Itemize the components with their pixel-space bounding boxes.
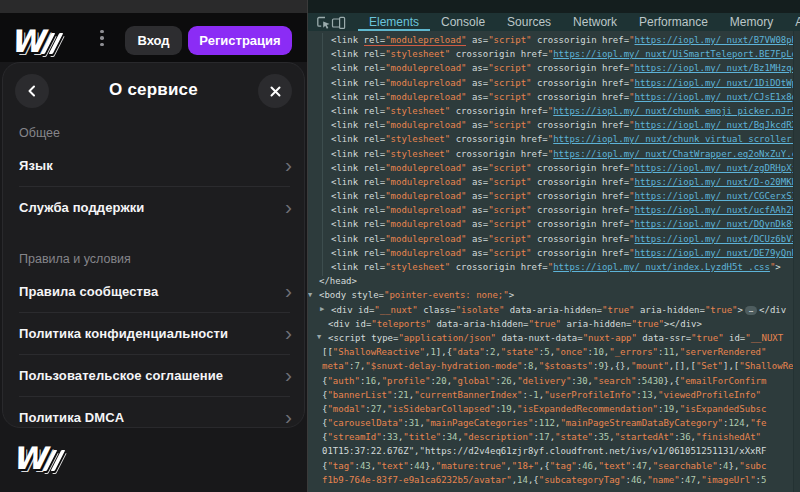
code-line[interactable]: {"auth":16,"profile":20,"global":26,"del… — [308, 374, 800, 388]
devtools-tabs: ElementsConsoleSourcesNetworkPerformance… — [358, 13, 800, 31]
devtools-tab-network[interactable]: Network — [562, 13, 628, 31]
code-line[interactable]: {"bannerList":21,"currentBannerIndex":-1… — [308, 388, 800, 402]
chevron-right-icon: › — [285, 280, 292, 301]
app-header: W Вход Регистрация — [0, 13, 307, 62]
code-line[interactable]: <link rel="modulepreload" as="script" cr… — [308, 76, 800, 90]
menu-item-support[interactable]: Служба поддержки› — [3, 187, 304, 228]
register-button[interactable]: Регистрация — [188, 26, 292, 55]
code-line[interactable]: <link rel="modulepreload" as="script" cr… — [308, 175, 800, 189]
code-line[interactable]: <link rel="stylesheet" crossorigin href=… — [308, 132, 800, 146]
web-app: W Вход Регистрация О сервисе — [0, 0, 307, 492]
code-line[interactable]: <link rel="stylesheet" crossorigin href=… — [308, 47, 800, 61]
chevron-right-icon: › — [285, 196, 292, 217]
device-toolbar-icon[interactable] — [331, 13, 346, 31]
elements-tree: <link rel="modulepreload" as="script" cr… — [308, 31, 800, 492]
footer-logo: W — [12, 440, 66, 480]
code-line[interactable]: <link rel="stylesheet" crossorigin href=… — [308, 260, 800, 274]
logo-letter: W — [12, 438, 46, 478]
devtools-tab-application[interactable]: Application — [784, 13, 800, 31]
menu-item-label: Служба поддержки — [19, 200, 144, 215]
menu-item-community-rules[interactable]: Правила сообщества› — [3, 271, 304, 312]
settings-menu: ОбщееЯзык›Служба поддержки›Правила и усл… — [3, 117, 304, 428]
menu-item-language[interactable]: Язык› — [3, 145, 304, 186]
login-button[interactable]: Вход — [125, 26, 182, 55]
code-line[interactable]: <link rel="modulepreload" as="script" cr… — [308, 232, 800, 246]
menu-item-dmca-policy[interactable]: Политика DMCA› — [3, 397, 304, 428]
code-line[interactable]: <link rel="modulepreload" as="script" cr… — [308, 161, 800, 175]
inspect-element-icon[interactable] — [316, 13, 331, 31]
section-label-general: Общее — [3, 117, 304, 145]
menu-item-user-agreement[interactable]: Пользовательское соглашение› — [3, 355, 304, 396]
code-line[interactable]: ▼<body style="pointer-events: none;"> — [308, 288, 800, 302]
code-line[interactable]: {"carouselData":31,"mainPageCategories":… — [308, 416, 800, 430]
scrollbar[interactable] — [793, 31, 800, 492]
kebab-menu-icon[interactable] — [94, 25, 110, 51]
devtools-tab-memory[interactable]: Memory — [719, 13, 784, 31]
code-line[interactable]: f1b9-764e-83f7-e9a1ca6232b5/avatar",14,{… — [308, 473, 800, 487]
logo-letter: W — [10, 21, 44, 61]
code-line[interactable]: ▼<script type="application/json" data-nu… — [308, 331, 800, 345]
about-service-panel: О сервисе ОбщееЯзык›Служба поддержки›Пра… — [2, 62, 305, 428]
expand-toggle-icon[interactable]: ▶ — [320, 306, 324, 313]
code-line[interactable]: 01T15:37:22.676Z","https://d2v4eq61zjr8y… — [308, 444, 800, 458]
code-line[interactable]: <link rel="modulepreload" as="script" cr… — [308, 246, 800, 260]
section-label-terms: Правила и условия — [3, 243, 304, 271]
code-line[interactable]: {"tag":43,"text":44},"mature:true","18+"… — [308, 459, 800, 473]
code-line[interactable]: <link rel="modulepreload" as="script" cr… — [308, 189, 800, 203]
code-line[interactable]: meta":7,"$snuxt-delay-hydration-mode":8,… — [308, 359, 800, 373]
devtools-tab-console[interactable]: Console — [430, 13, 496, 31]
chevron-right-icon: › — [285, 322, 292, 343]
menu-item-label: Язык — [19, 158, 53, 173]
code-line[interactable]: <link rel="stylesheet" crossorigin href=… — [308, 147, 800, 161]
code-line[interactable]: <link rel="modulepreload" as="script" cr… — [308, 90, 800, 104]
expand-toggle-icon[interactable]: ▼ — [308, 292, 312, 299]
devtools-top-strip — [308, 0, 800, 13]
menu-item-label: Политика конфиденциальности — [19, 326, 228, 341]
menu-item-label: Политика DMCA — [19, 410, 124, 425]
code-line[interactable]: {"streamId":33,"title":34,"description":… — [308, 430, 800, 444]
code-line[interactable]: <link rel="modulepreload" as="script" cr… — [308, 118, 800, 132]
devtools-toolbar: ElementsConsoleSourcesNetworkPerformance… — [308, 13, 800, 31]
app-logo[interactable]: W — [10, 23, 64, 63]
code-line[interactable]: <link rel="modulepreload" as="script" cr… — [308, 203, 800, 217]
code-line[interactable]: ▶<div id="__nuxt" class="isolate" data-a… — [308, 303, 800, 317]
code-line[interactable]: <link rel="stylesheet" crossorigin href=… — [308, 104, 800, 118]
code-line[interactable]: <div id="teleports" data-aria-hidden="tr… — [308, 317, 800, 331]
code-line[interactable]: <link rel="modulepreload" as="script" cr… — [308, 61, 800, 75]
chevron-right-icon: › — [285, 154, 292, 175]
expand-toggle-icon[interactable]: ▼ — [317, 334, 321, 341]
devtools-tab-sources[interactable]: Sources — [496, 13, 562, 31]
code-line[interactable]: <link rel="modulepreload" as="script" cr… — [308, 217, 800, 231]
devtools-tab-performance[interactable]: Performance — [628, 13, 719, 31]
close-icon — [270, 86, 281, 97]
code-line[interactable]: <link rel="modulepreload" as="script" cr… — [308, 33, 800, 47]
menu-item-label: Пользовательское соглашение — [19, 368, 223, 383]
chevron-right-icon: › — [285, 406, 292, 427]
page-top-strip — [0, 0, 307, 13]
code-line[interactable]: [["ShallowReactive",1],{"data":2,"state"… — [308, 345, 800, 359]
code-line[interactable]: {"modal":27,"isSidebarCollapsed":19,"isE… — [308, 402, 800, 416]
devtools-panel: ElementsConsoleSourcesNetworkPerformance… — [307, 0, 800, 492]
menu-item-privacy-policy[interactable]: Политика конфиденциальности› — [3, 313, 304, 354]
code-line[interactable]: </head> — [308, 274, 800, 288]
panel-header: О сервисе — [3, 63, 304, 117]
devtools-tab-elements[interactable]: Elements — [358, 13, 430, 31]
menu-item-label: Правила сообщества — [19, 284, 158, 299]
close-button[interactable] — [258, 74, 292, 108]
screen: W Вход Регистрация О сервисе — [0, 0, 800, 492]
chevron-right-icon: › — [285, 364, 292, 385]
